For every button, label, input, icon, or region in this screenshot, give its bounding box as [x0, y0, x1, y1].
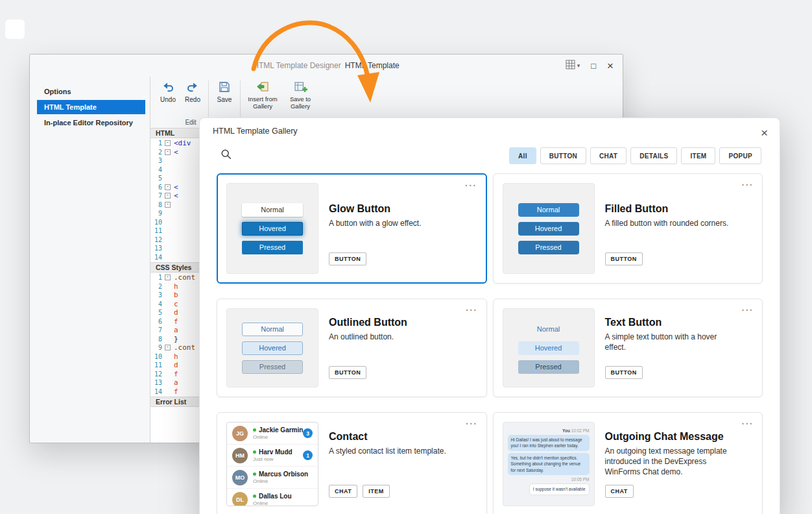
- template-card-outlined-button[interactable]: Normal Hovered Pressed Outlined Button A…: [217, 299, 487, 397]
- toolbar-separator: [208, 80, 209, 117]
- preview-button-hovered: Hovered: [518, 341, 579, 355]
- toolbar-separator: [240, 80, 241, 117]
- line-number: 11: [150, 227, 162, 234]
- more-options-icon[interactable]: ···: [466, 419, 478, 429]
- code-text: f: [174, 317, 178, 326]
- redo-button[interactable]: Redo: [180, 79, 205, 105]
- gallery-close-button[interactable]: ×: [761, 127, 768, 139]
- card-tag: BUTTON: [329, 366, 366, 379]
- layout-grid-icon: [566, 60, 575, 71]
- template-card-text-button[interactable]: Normal Hovered Pressed Text Button A sim…: [493, 299, 763, 397]
- save-label: Save: [217, 96, 232, 104]
- avatar: HM: [232, 448, 248, 463]
- more-options-icon[interactable]: ···: [742, 180, 754, 190]
- insert-from-gallery-button[interactable]: Insert from Gallery: [244, 79, 281, 112]
- fold-toggle-icon[interactable]: -: [165, 202, 171, 208]
- line-number: 14: [150, 388, 162, 395]
- contact-status: Online: [253, 500, 313, 506]
- close-icon: ×: [761, 126, 768, 140]
- filter-chip-popup[interactable]: POPUP: [719, 147, 761, 164]
- chat-bubble: Hi Dallas! I was just about to message y…: [508, 435, 590, 451]
- template-card-contact[interactable]: JG Jackie Garmin Online 3 HM Harv Mudd J…: [217, 412, 487, 514]
- filter-chip-button[interactable]: BUTTON: [540, 147, 586, 164]
- filter-chip-details[interactable]: DETAILS: [630, 147, 677, 164]
- card-title: Text Button: [605, 317, 754, 328]
- line-number: 9: [150, 210, 162, 217]
- line-number: 11: [150, 361, 162, 369]
- contact-name: Marcus Orbison: [253, 471, 313, 478]
- line-number: 1: [150, 274, 162, 281]
- preview-button-pressed: Pressed: [242, 360, 303, 374]
- app-title: HTML Template Designer: [253, 61, 340, 70]
- contact-status: Just now: [253, 456, 303, 462]
- fold-toggle-icon[interactable]: -: [165, 184, 171, 190]
- code-text: .cont: [174, 343, 195, 352]
- more-options-icon[interactable]: ···: [742, 305, 754, 315]
- window-close-button[interactable]: ×: [607, 60, 614, 71]
- preview-button-pressed: Pressed: [518, 241, 579, 254]
- maximize-button[interactable]: □: [591, 61, 596, 71]
- sidebar-item-inplace-editor-repository[interactable]: In-place Editor Repository: [37, 116, 145, 130]
- contact-list-item: HM Harv Mudd Just now 1: [227, 445, 318, 467]
- template-card-outgoing-chat-message[interactable]: You 10:02 PM Hi Dallas! I was just about…: [493, 412, 763, 514]
- line-number: 10: [150, 219, 162, 226]
- options-sidebar: Options HTML Template In-place Editor Re…: [30, 77, 150, 443]
- line-number: 12: [150, 236, 162, 243]
- card-title: Contact: [329, 431, 477, 443]
- line-number: 14: [150, 254, 162, 261]
- template-card-filled-button[interactable]: Normal Hovered Pressed Filled Button A f…: [493, 173, 763, 284]
- save-to-gallery-button[interactable]: Save to Gallery: [281, 79, 319, 112]
- code-text: d: [174, 308, 178, 317]
- contact-name: Harv Mudd: [253, 448, 303, 456]
- contact-list-item: JG Jackie Garmin Online 3: [227, 422, 318, 445]
- preview-button-normal: Normal: [518, 323, 579, 336]
- code-text: b: [174, 291, 178, 299]
- code-text: a: [174, 326, 178, 334]
- code-text: h: [174, 282, 178, 291]
- line-number: 6: [150, 184, 162, 191]
- filter-chip-all[interactable]: All: [509, 147, 536, 164]
- fold-toggle-icon[interactable]: -: [165, 140, 171, 146]
- fold-toggle-icon[interactable]: -: [165, 193, 171, 199]
- line-number: 9: [150, 344, 162, 351]
- chat-bubble: Yes, but he didn't mention specifics. So…: [508, 453, 590, 475]
- layout-grid-button[interactable]: ▾: [566, 60, 580, 71]
- save-to-gallery-label: Save to Gallery: [283, 96, 318, 110]
- filter-chip-item[interactable]: ITEM: [681, 147, 715, 164]
- undo-label: Undo: [160, 96, 176, 104]
- preview-button-hovered: Hovered: [242, 222, 303, 236]
- line-number: 8: [150, 336, 162, 343]
- filter-chip-chat[interactable]: CHAT: [590, 147, 627, 164]
- redo-label: Redo: [185, 96, 200, 104]
- fold-toggle-icon[interactable]: -: [165, 275, 171, 280]
- card-description: A styled contact list item template.: [329, 446, 477, 456]
- template-card-glow-button[interactable]: Normal Hovered Pressed Glow Button A but…: [217, 173, 487, 284]
- more-options-icon[interactable]: ···: [465, 180, 477, 191]
- title-bar[interactable]: HTML Template Designer HTML Template ▾ □…: [30, 55, 623, 77]
- save-to-gallery-icon: [293, 80, 307, 95]
- line-number: 13: [150, 245, 162, 252]
- fold-toggle-icon[interactable]: -: [165, 149, 171, 155]
- more-options-icon[interactable]: ···: [742, 419, 754, 429]
- card-title: Outgoing Chat Message: [605, 431, 754, 443]
- search-icon[interactable]: [221, 149, 232, 163]
- preview-button-pressed: Pressed: [518, 360, 579, 374]
- save-icon: [218, 80, 231, 95]
- redo-icon: [186, 80, 199, 95]
- undo-button[interactable]: Undo: [156, 79, 180, 105]
- undo-icon: [161, 80, 174, 95]
- sidebar-item-html-template[interactable]: HTML Template: [37, 100, 145, 114]
- card-tag: CHAT: [329, 485, 357, 498]
- code-text: <: [174, 148, 178, 156]
- code-text: h: [174, 352, 178, 361]
- line-number: 8: [150, 201, 162, 208]
- code-text: c: [174, 300, 178, 308]
- preview-button-normal: Normal: [242, 323, 303, 336]
- more-options-icon[interactable]: ···: [466, 305, 478, 315]
- save-button[interactable]: Save: [212, 79, 237, 105]
- sidebar-item-options[interactable]: Options: [37, 84, 145, 99]
- card-description: A button with a glow effect.: [329, 218, 477, 228]
- unread-badge: 1: [303, 450, 313, 460]
- fold-toggle-icon[interactable]: -: [165, 345, 171, 350]
- line-number: 3: [150, 291, 162, 299]
